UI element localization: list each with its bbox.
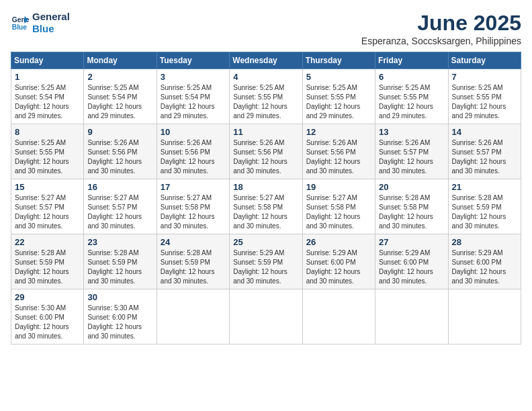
sunrise-label: Sunrise: 5:29 AM — [306, 249, 357, 257]
logo: General Blue General Blue — [11, 11, 70, 35]
daylight-label: Daylight: 12 hoursand 30 minutes. — [306, 213, 361, 230]
day-info: Sunrise: 5:30 AM Sunset: 6:00 PM Dayligh… — [15, 304, 80, 341]
sunset-label: Sunset: 5:57 PM — [452, 148, 502, 156]
day-number: 28 — [452, 237, 517, 247]
day-info: Sunrise: 5:29 AM Sunset: 5:59 PM Dayligh… — [233, 248, 298, 286]
sunset-label: Sunset: 5:54 PM — [161, 93, 210, 101]
calendar-cell: 17 Sunrise: 5:27 AM Sunset: 5:58 PM Dayl… — [157, 179, 229, 234]
day-number: 29 — [15, 292, 80, 302]
sunrise-label: Sunrise: 5:25 AM — [452, 84, 503, 91]
weekday-header-wednesday: Wednesday — [230, 52, 302, 69]
sunrise-label: Sunrise: 5:30 AM — [87, 304, 138, 312]
day-number: 23 — [87, 237, 152, 247]
day-number: 16 — [87, 182, 152, 192]
calendar-cell: 9 Sunrise: 5:26 AM Sunset: 5:56 PM Dayli… — [84, 124, 157, 179]
sunset-label: Sunset: 5:56 PM — [306, 148, 356, 156]
title-area: June 2025 Esperanza, Soccsksargen, Phili… — [361, 11, 521, 46]
day-number: 1 — [15, 72, 80, 82]
calendar-cell: 19 Sunrise: 5:27 AM Sunset: 5:58 PM Dayl… — [302, 179, 375, 234]
day-number: 18 — [233, 182, 298, 192]
sunrise-label: Sunrise: 5:27 AM — [233, 194, 284, 201]
sunset-label: Sunset: 5:59 PM — [87, 259, 137, 266]
calendar-cell: 12 Sunrise: 5:26 AM Sunset: 5:56 PM Dayl… — [302, 124, 375, 179]
calendar-cell: 26 Sunrise: 5:29 AM Sunset: 6:00 PM Dayl… — [302, 234, 375, 289]
daylight-label: Daylight: 12 hoursand 30 minutes. — [233, 268, 287, 285]
daylight-label: Daylight: 12 hoursand 30 minutes. — [452, 268, 506, 285]
day-number: 7 — [452, 72, 517, 82]
daylight-label: Daylight: 12 hoursand 29 minutes. — [87, 103, 142, 120]
calendar-cell: 15 Sunrise: 5:27 AM Sunset: 5:57 PM Dayl… — [11, 179, 84, 234]
day-number: 12 — [306, 127, 371, 137]
sunrise-label: Sunrise: 5:25 AM — [15, 139, 66, 146]
sunset-label: Sunset: 6:00 PM — [87, 314, 137, 321]
calendar-cell: 24 Sunrise: 5:28 AM Sunset: 5:59 PM Dayl… — [157, 234, 229, 289]
day-info: Sunrise: 5:27 AM Sunset: 5:57 PM Dayligh… — [15, 193, 80, 231]
day-info: Sunrise: 5:25 AM Sunset: 5:55 PM Dayligh… — [379, 83, 444, 121]
calendar-cell — [375, 289, 448, 345]
day-info: Sunrise: 5:27 AM Sunset: 5:57 PM Dayligh… — [87, 193, 152, 231]
calendar-table: SundayMondayTuesdayWednesdayThursdayFrid… — [11, 52, 521, 345]
sunrise-label: Sunrise: 5:25 AM — [306, 84, 357, 91]
daylight-label: Daylight: 12 hoursand 30 minutes. — [15, 158, 69, 175]
day-info: Sunrise: 5:25 AM Sunset: 5:54 PM Dayligh… — [161, 83, 226, 121]
calendar-cell: 2 Sunrise: 5:25 AM Sunset: 5:54 PM Dayli… — [84, 69, 157, 124]
sunrise-label: Sunrise: 5:27 AM — [87, 194, 138, 201]
calendar-cell: 5 Sunrise: 5:25 AM Sunset: 5:55 PM Dayli… — [302, 69, 375, 124]
sunset-label: Sunset: 5:58 PM — [161, 203, 210, 211]
location-subtitle: Esperanza, Soccsksargen, Philippines — [361, 36, 521, 46]
day-info: Sunrise: 5:28 AM Sunset: 5:58 PM Dayligh… — [379, 193, 444, 231]
daylight-label: Daylight: 12 hoursand 30 minutes. — [452, 213, 506, 230]
day-info: Sunrise: 5:26 AM Sunset: 5:56 PM Dayligh… — [161, 138, 226, 176]
daylight-label: Daylight: 12 hoursand 30 minutes. — [379, 213, 433, 230]
calendar-cell: 27 Sunrise: 5:29 AM Sunset: 6:00 PM Dayl… — [375, 234, 448, 289]
daylight-label: Daylight: 12 hoursand 30 minutes. — [87, 268, 142, 285]
calendar-cell: 6 Sunrise: 5:25 AM Sunset: 5:55 PM Dayli… — [375, 69, 448, 124]
sunrise-label: Sunrise: 5:27 AM — [15, 194, 66, 201]
sunset-label: Sunset: 5:55 PM — [15, 148, 64, 156]
weekday-header-saturday: Saturday — [448, 52, 521, 69]
calendar-cell: 28 Sunrise: 5:29 AM Sunset: 6:00 PM Dayl… — [448, 234, 521, 289]
sunrise-label: Sunrise: 5:30 AM — [15, 304, 66, 312]
daylight-label: Daylight: 12 hoursand 30 minutes. — [306, 268, 361, 285]
sunset-label: Sunset: 5:58 PM — [379, 203, 429, 211]
daylight-label: Daylight: 12 hoursand 30 minutes. — [161, 213, 215, 230]
daylight-label: Daylight: 12 hoursand 30 minutes. — [161, 268, 215, 285]
calendar-cell: 14 Sunrise: 5:26 AM Sunset: 5:57 PM Dayl… — [448, 124, 521, 179]
calendar-body: 1 Sunrise: 5:25 AM Sunset: 5:54 PM Dayli… — [11, 69, 521, 345]
calendar-cell: 21 Sunrise: 5:28 AM Sunset: 5:59 PM Dayl… — [448, 179, 521, 234]
day-number: 9 — [87, 127, 152, 137]
calendar-cell: 13 Sunrise: 5:26 AM Sunset: 5:57 PM Dayl… — [375, 124, 448, 179]
logo-text-line1: General — [32, 11, 70, 23]
weekday-header-sunday: Sunday — [11, 52, 84, 69]
calendar-week-row: 22 Sunrise: 5:28 AM Sunset: 5:59 PM Dayl… — [11, 234, 521, 289]
day-info: Sunrise: 5:26 AM Sunset: 5:56 PM Dayligh… — [306, 138, 371, 176]
day-number: 5 — [306, 72, 371, 82]
calendar-cell: 16 Sunrise: 5:27 AM Sunset: 5:57 PM Dayl… — [84, 179, 157, 234]
day-info: Sunrise: 5:26 AM Sunset: 5:57 PM Dayligh… — [452, 138, 517, 176]
sunrise-label: Sunrise: 5:26 AM — [379, 139, 430, 146]
calendar-cell: 29 Sunrise: 5:30 AM Sunset: 6:00 PM Dayl… — [11, 289, 84, 345]
sunrise-label: Sunrise: 5:28 AM — [452, 194, 503, 201]
daylight-label: Daylight: 12 hoursand 30 minutes. — [87, 213, 142, 230]
day-number: 6 — [379, 72, 444, 82]
calendar-cell: 3 Sunrise: 5:25 AM Sunset: 5:54 PM Dayli… — [157, 69, 229, 124]
day-number: 17 — [161, 182, 226, 192]
daylight-label: Daylight: 12 hoursand 30 minutes. — [87, 323, 142, 340]
day-number: 22 — [15, 237, 80, 247]
sunset-label: Sunset: 5:57 PM — [87, 203, 137, 211]
day-info: Sunrise: 5:28 AM Sunset: 5:59 PM Dayligh… — [87, 248, 152, 286]
day-info: Sunrise: 5:25 AM Sunset: 5:54 PM Dayligh… — [15, 83, 80, 121]
day-info: Sunrise: 5:25 AM Sunset: 5:55 PM Dayligh… — [15, 138, 80, 176]
daylight-label: Daylight: 12 hoursand 30 minutes. — [379, 268, 433, 285]
sunset-label: Sunset: 5:58 PM — [306, 203, 356, 211]
sunrise-label: Sunrise: 5:25 AM — [15, 84, 66, 91]
daylight-label: Daylight: 12 hoursand 30 minutes. — [233, 158, 287, 175]
day-number: 4 — [233, 72, 298, 82]
calendar-cell — [302, 289, 375, 345]
sunset-label: Sunset: 6:00 PM — [452, 259, 502, 266]
day-info: Sunrise: 5:29 AM Sunset: 6:00 PM Dayligh… — [452, 248, 517, 286]
sunrise-label: Sunrise: 5:25 AM — [161, 84, 212, 91]
calendar-week-row: 29 Sunrise: 5:30 AM Sunset: 6:00 PM Dayl… — [11, 289, 521, 345]
sunset-label: Sunset: 5:59 PM — [15, 259, 64, 266]
day-info: Sunrise: 5:29 AM Sunset: 6:00 PM Dayligh… — [306, 248, 371, 286]
